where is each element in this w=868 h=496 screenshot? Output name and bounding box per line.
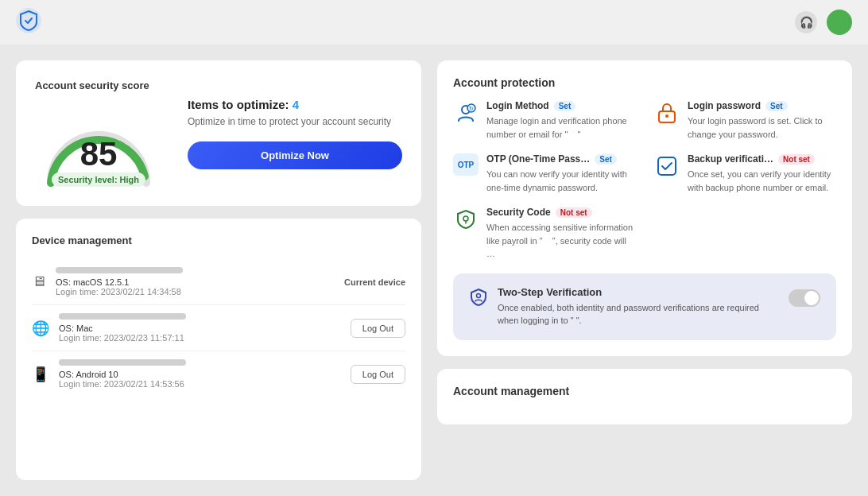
device-os: OS: Android 10	[59, 370, 341, 379]
left-panel: Account security score 85 Security level…	[16, 60, 421, 480]
logo	[16, 8, 41, 37]
device-name-bar	[59, 313, 186, 320]
device-info: OS: Android 10 Login time: 2023/02/21 14…	[59, 359, 341, 389]
desktop-icon: 🖥	[32, 273, 46, 290]
protection-item-security-code[interactable]: Security Code Not set When accessing sen…	[453, 207, 635, 261]
device-name-bar	[59, 359, 186, 366]
security-code-name: Security Code	[486, 207, 551, 218]
score-number: 85	[80, 138, 118, 171]
score-right: Items to optimize: 4 Optimize in time to…	[188, 98, 402, 169]
mobile-icon: 📱	[32, 366, 49, 383]
two-step-card: Two-Step Verification Once enabled, both…	[453, 273, 836, 340]
protection-item-otp[interactable]: OTP OTP (One-Time Pass… Set You can now …	[453, 153, 635, 194]
device-login-time: Login time: 2023/02/23 11:57:11	[59, 333, 341, 343]
headset-icon[interactable]: 🎧	[795, 11, 817, 33]
svg-point-5	[665, 114, 668, 118]
security-code-badge: Not set	[556, 207, 592, 218]
device-item: 🌐 OS: Mac Login time: 2023/02/23 11:57:1…	[32, 305, 405, 351]
backup-verification-content: Backup verificati… Not set Once set, you…	[688, 153, 836, 194]
device-management-card: Device management 🖥 OS: macOS 12.5.1 Log…	[16, 219, 421, 480]
device-info: OS: Mac Login time: 2023/02/23 11:57:11	[59, 313, 341, 343]
backup-verification-icon	[654, 153, 680, 179]
backup-verification-desc: Once set, you can verify your identity w…	[688, 168, 836, 194]
two-step-title: Two-Step Verification	[498, 286, 779, 298]
login-password-content: Login password Set Your login password i…	[688, 100, 836, 141]
otp-name: OTP (One-Time Pass…	[486, 153, 590, 165]
login-password-header: Login password Set	[688, 100, 836, 111]
gauge-container: 85 Security level: High	[35, 107, 162, 187]
two-step-content: Two-Step Verification Once enabled, both…	[498, 286, 779, 327]
optimize-text: Items to optimize: 4	[188, 98, 402, 111]
login-method-icon: ↻	[453, 100, 479, 126]
security-code-header: Security Code Not set	[486, 207, 635, 218]
device-login-time: Login time: 2023/02/21 14:34:58	[56, 287, 335, 296]
backup-verification-badge: Not set	[778, 154, 815, 165]
otp-header: OTP (One-Time Pass… Set	[486, 153, 635, 165]
two-step-toggle[interactable]	[789, 289, 820, 307]
security-code-icon	[453, 207, 479, 232]
device-login-time: Login time: 2023/02/21 14:53:56	[59, 379, 341, 389]
security-code-desc: When accessing sensitive information lik…	[486, 221, 635, 261]
security-code-content: Security Code Not set When accessing sen…	[486, 207, 635, 261]
otp-content: OTP (One-Time Pass… Set You can now veri…	[486, 153, 635, 194]
score-card: Account security score 85 Security level…	[16, 60, 421, 206]
protection-item-login-password[interactable]: Login password Set Your login password i…	[654, 100, 836, 141]
svg-rect-6	[658, 157, 676, 175]
otp-badge: Set	[595, 154, 617, 165]
logout-button[interactable]: Log Out	[351, 365, 405, 384]
main-content: Account security score 85 Security level…	[0, 45, 868, 496]
login-password-icon	[654, 100, 680, 126]
two-step-desc: Once enabled, both identity and password…	[498, 301, 779, 327]
device-info: OS: macOS 12.5.1 Login time: 2023/02/21 …	[56, 267, 335, 296]
backup-verification-header: Backup verificati… Not set	[688, 153, 836, 165]
optimize-now-button[interactable]: Optimize Now	[188, 141, 402, 169]
device-management-title: Device management	[32, 234, 405, 246]
device-os: OS: Mac	[59, 324, 341, 333]
device-name-bar	[56, 267, 183, 273]
account-management-card: Account management	[437, 369, 852, 424]
web-icon: 🌐	[32, 320, 49, 337]
device-item: 📱 OS: Android 10 Login time: 2023/02/21 …	[32, 351, 405, 397]
login-method-name: Login Method	[486, 100, 549, 111]
login-password-name: Login password	[688, 100, 761, 111]
login-method-content: Login Method Set Manage login and verifi…	[486, 100, 635, 141]
account-protection-title: Account protection	[453, 76, 836, 89]
topbar-right: 🎧	[795, 10, 852, 35]
avatar[interactable]	[827, 10, 852, 35]
otp-desc: You can now verify your identity with on…	[486, 168, 635, 194]
login-password-badge: Set	[765, 101, 788, 111]
right-panel: Account protection ↻ Login M	[437, 60, 852, 480]
account-protection-card: Account protection ↻ Login M	[437, 60, 852, 356]
optimize-sub: Optimize in time to protect your account…	[188, 116, 402, 127]
protection-item-login-method[interactable]: ↻ Login Method Set Manage login and veri…	[453, 100, 635, 141]
protection-grid: ↻ Login Method Set Manage login and veri…	[453, 100, 836, 261]
login-method-desc: Manage login and verification phone numb…	[486, 114, 635, 141]
two-step-icon	[469, 288, 488, 311]
svg-point-8	[477, 293, 481, 297]
device-item: 🖥 OS: macOS 12.5.1 Login time: 2023/02/2…	[32, 259, 405, 305]
two-step-section: Two-Step Verification Once enabled, both…	[453, 273, 836, 340]
optimize-count: 4	[293, 98, 299, 111]
protection-item-backup[interactable]: Backup verificati… Not set Once set, you…	[654, 153, 836, 194]
score-card-title: Account security score	[35, 79, 162, 91]
login-method-header: Login Method Set	[486, 100, 635, 111]
account-management-title: Account management	[453, 385, 836, 397]
device-os: OS: macOS 12.5.1	[56, 277, 335, 287]
svg-point-7	[463, 216, 468, 221]
logout-button[interactable]: Log Out	[351, 319, 405, 338]
login-method-badge: Set	[554, 101, 576, 111]
current-device-label: Current device	[344, 277, 405, 287]
security-level-badge: Security level: High	[52, 172, 145, 187]
svg-text:↻: ↻	[469, 106, 474, 111]
login-password-desc: Your login password is set. Click to cha…	[688, 114, 836, 141]
backup-verification-name: Backup verificati…	[688, 153, 773, 165]
topbar: 🎧	[0, 0, 868, 45]
otp-icon: OTP	[453, 153, 479, 176]
